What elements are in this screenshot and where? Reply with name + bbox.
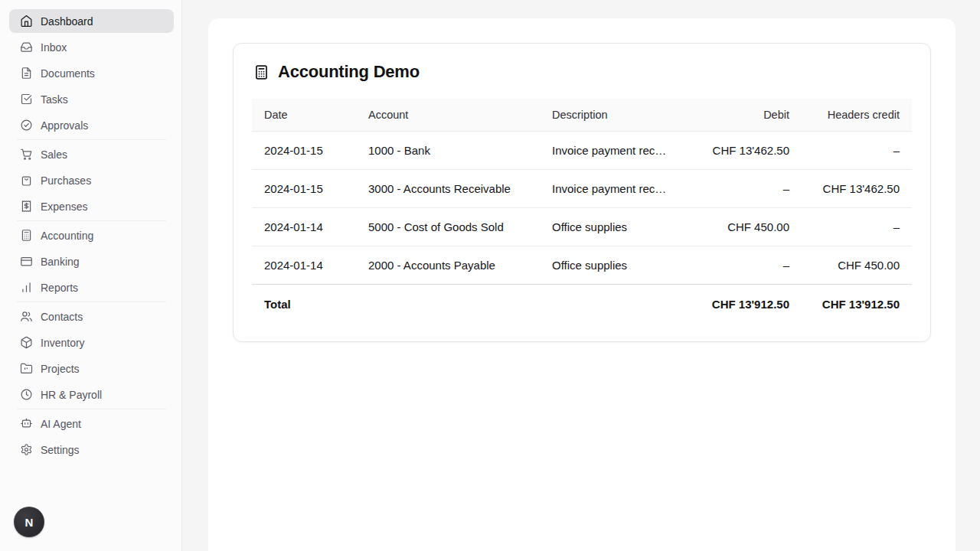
sidebar-item-inventory[interactable]: Inventory (9, 331, 174, 354)
square-check-icon (20, 93, 33, 106)
sidebar-item-label: Expenses (41, 201, 87, 213)
receipt-icon (20, 200, 33, 213)
sidebar-item-settings[interactable]: Settings (9, 438, 174, 461)
user-avatar[interactable]: N (14, 507, 44, 537)
credit-card-icon (20, 255, 33, 268)
sidebar-divider (17, 409, 166, 409)
sidebar-item-ai-agent[interactable]: AI Agent (9, 412, 174, 435)
shopping-cart-icon (20, 148, 33, 161)
cell-debit: CHF 450.00 (681, 208, 802, 246)
col-header-headers-credit: Headers credit (802, 99, 912, 132)
sidebar-item-projects[interactable]: Projects (9, 357, 174, 380)
gear-icon (20, 443, 33, 456)
cell-debit: – (681, 246, 802, 285)
table-row: 2024-01-153000 - Accounts ReceivableInvo… (252, 170, 912, 208)
cell-account: 3000 - Accounts Receivable (356, 170, 540, 208)
home-icon (20, 15, 33, 28)
sidebar-item-label: Inventory (41, 337, 85, 349)
cell-account: 1000 - Bank (356, 132, 540, 170)
table-row: 2024-01-142000 - Accounts PayableOffice … (252, 246, 912, 285)
col-header-debit: Debit (681, 99, 802, 132)
cell-date: 2024-01-14 (252, 246, 356, 285)
sidebar-item-purchases[interactable]: Purchases (9, 168, 174, 192)
total-credit: CHF 13'912.50 (802, 285, 912, 324)
avatar-initial: N (25, 516, 34, 529)
cell-description: Invoice payment received (540, 132, 681, 170)
main-panel: Accounting Demo DateAccountDescriptionDe… (208, 18, 956, 551)
cell-description: Office supplies (540, 208, 681, 246)
sidebar-item-label: Approvals (41, 119, 88, 132)
total-label: Total (252, 285, 681, 324)
page-title: Accounting Demo (253, 62, 912, 82)
circle-check-icon (20, 119, 33, 132)
cell-headers-credit: – (802, 132, 912, 170)
sidebar-item-documents[interactable]: Documents (9, 61, 174, 85)
cell-headers-credit: CHF 450.00 (802, 246, 912, 285)
sidebar-item-label: AI Agent (41, 418, 81, 430)
cell-headers-credit: – (802, 208, 912, 246)
cell-date: 2024-01-15 (252, 132, 356, 170)
col-header-description: Description (540, 99, 681, 132)
calculator-icon (253, 64, 270, 80)
sidebar-item-label: Inbox (41, 41, 67, 54)
sidebar-item-approvals[interactable]: Approvals (9, 113, 174, 137)
sidebar-item-hr-and-payroll[interactable]: HR & Payroll (9, 383, 174, 406)
cell-date: 2024-01-14 (252, 208, 356, 246)
page-title-text: Accounting Demo (278, 62, 420, 82)
table-total-row: TotalCHF 13'912.50CHF 13'912.50 (252, 285, 912, 324)
folder-icon (20, 362, 33, 375)
sidebar-item-label: Contacts (41, 311, 83, 323)
sidebar-item-label: Projects (41, 363, 80, 375)
table-header-row: DateAccountDescriptionDebitHeaders credi… (252, 99, 912, 132)
sidebar-item-accounting[interactable]: Accounting (9, 223, 174, 247)
cell-debit: – (681, 170, 802, 208)
sidebar: DashboardInboxDocumentsTasksApprovalsSal… (0, 0, 182, 551)
sidebar-item-label: Reports (41, 282, 78, 294)
sidebar-item-label: Sales (41, 148, 67, 161)
cell-description: Invoice payment received (540, 170, 681, 208)
sidebar-item-label: Tasks (41, 93, 68, 106)
sidebar-item-label: Accounting (41, 230, 93, 242)
sidebar-item-inbox[interactable]: Inbox (9, 35, 174, 59)
cell-headers-credit: CHF 13'462.50 (802, 170, 912, 208)
cell-debit: CHF 13'462.50 (681, 132, 802, 170)
sidebar-divider (17, 139, 166, 140)
sidebar-item-label: HR & Payroll (41, 389, 102, 401)
sidebar-item-sales[interactable]: Sales (9, 142, 174, 166)
sidebar-item-label: Dashboard (41, 15, 93, 28)
shopping-bag-icon (20, 174, 33, 187)
cell-date: 2024-01-15 (252, 170, 356, 208)
sidebar-item-reports[interactable]: Reports (9, 276, 174, 299)
users-icon (20, 310, 33, 323)
table-row: 2024-01-145000 - Cost of Goods SoldOffic… (252, 208, 912, 246)
sidebar-nav: DashboardInboxDocumentsTasksApprovalsSal… (0, 0, 181, 461)
package-icon (20, 336, 33, 349)
sidebar-item-dashboard[interactable]: Dashboard (9, 9, 174, 33)
bot-icon (20, 417, 33, 430)
cell-description: Office supplies (540, 246, 681, 285)
col-header-account: Account (356, 99, 540, 132)
inbox-icon (20, 41, 33, 54)
cell-account: 5000 - Cost of Goods Sold (356, 208, 540, 246)
total-debit: CHF 13'912.50 (681, 285, 802, 324)
sidebar-item-banking[interactable]: Banking (9, 249, 174, 273)
sidebar-item-label: Documents (41, 67, 95, 80)
sidebar-item-label: Purchases (41, 174, 91, 187)
sidebar-item-expenses[interactable]: Expenses (9, 194, 174, 218)
bar-chart-icon (20, 281, 33, 294)
accounting-card: Accounting Demo DateAccountDescriptionDe… (233, 43, 931, 342)
sidebar-divider (17, 220, 166, 221)
file-text-icon (20, 67, 33, 80)
clock-icon (20, 388, 33, 401)
sidebar-item-contacts[interactable]: Contacts (9, 305, 174, 328)
table-row: 2024-01-151000 - BankInvoice payment rec… (252, 132, 912, 170)
sidebar-item-label: Banking (41, 256, 80, 268)
cell-account: 2000 - Accounts Payable (356, 246, 540, 285)
sidebar-divider (17, 302, 166, 302)
journal-table: DateAccountDescriptionDebitHeaders credi… (252, 99, 912, 323)
sidebar-item-tasks[interactable]: Tasks (9, 87, 174, 111)
sidebar-item-label: Settings (41, 444, 80, 456)
col-header-date: Date (252, 99, 356, 132)
calculator-icon (20, 229, 33, 242)
